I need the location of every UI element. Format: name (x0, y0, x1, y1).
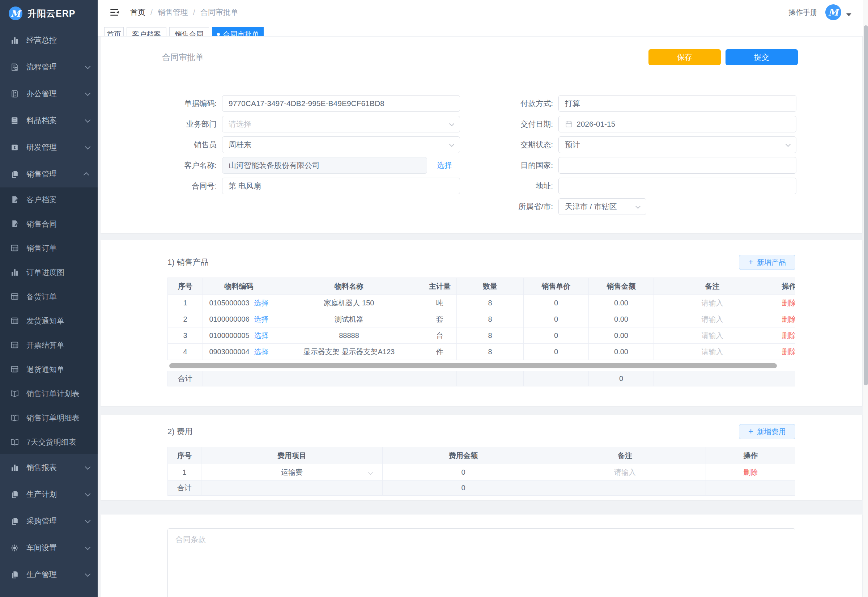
sidebar-item-return-notice[interactable]: 退货通知单 (0, 357, 98, 382)
manual-link[interactable]: 操作手册 (788, 7, 818, 17)
delete-row-link[interactable]: 删除 (782, 315, 795, 323)
sidebar-item-invoice-settlement[interactable]: 开票结算单 (0, 333, 98, 357)
delete-row-link[interactable]: 删除 (782, 348, 795, 356)
caret-down-icon[interactable] (846, 13, 851, 16)
breadcrumb-sales-mgmt[interactable]: 销售管理 (158, 7, 188, 17)
customer-select-link[interactable]: 选择 (437, 160, 452, 171)
salesperson-label: 销售员 (162, 140, 222, 150)
add-product-button[interactable]: +新增产品 (739, 255, 795, 270)
tab-customer-archive[interactable]: 客户档案 (127, 27, 166, 37)
select-material-link[interactable]: 选择 (254, 315, 269, 324)
scrollbar-thumb[interactable] (169, 363, 777, 368)
avatar[interactable]: M (825, 4, 841, 20)
sidebar-item-order-progress[interactable]: 订单进度图 (0, 260, 98, 284)
tab-sales-contract[interactable]: 销售合同 (169, 27, 209, 37)
col-material-name: 物料名称 (275, 278, 423, 295)
sidebar-item-rnd-mgmt[interactable]: 研发管理 (0, 134, 98, 160)
tab-label: 合同审批单 (223, 30, 259, 37)
fees-section-title: 2) 费用 (167, 426, 193, 437)
sidebar-item-sales-report[interactable]: 销售报表 (0, 454, 98, 481)
sidebar-item-purchase-mgmt[interactable]: 采购管理 (0, 508, 98, 535)
sidebar-item-shipping-notice[interactable]: 发货通知单 (0, 309, 98, 333)
remark-input[interactable]: 请输入 (654, 311, 771, 327)
remark-input[interactable]: 请输入 (544, 464, 706, 481)
sidebar-item-sales-order[interactable]: 销售订单 (0, 236, 98, 260)
products-header-row: 序号 物料编码 物料名称 主计量 数量 销售单价 销售金额 备注 操作 (168, 278, 795, 295)
delete-row-link[interactable]: 删除 (782, 299, 795, 307)
address-field[interactable] (558, 178, 796, 194)
sidebar-item-materials-archive[interactable]: 料品档案 (0, 107, 98, 134)
sidebar-item-sales-order-detail[interactable]: 销售订单明细表 (0, 405, 98, 430)
sidebar-item-process-mgmt[interactable]: 流程管理 (0, 53, 98, 80)
chevron-down-icon (85, 464, 91, 470)
sidebar-item-sales-order-plan[interactable]: 销售订单计划表 (0, 382, 98, 405)
remark-input[interactable]: 请输入 (654, 344, 771, 360)
tab-contract-approval[interactable]: 合同审批单 (212, 27, 264, 37)
tab-home[interactable]: 首页 (104, 27, 124, 37)
business-dept-select[interactable]: 请选择 (222, 116, 460, 132)
remark-input[interactable]: 请输入 (654, 327, 771, 344)
col-seq: 序号 (168, 278, 203, 295)
province-city-select[interactable]: 天津市 / 市辖区 (558, 198, 646, 215)
sidebar-item-production-plan[interactable]: 生产计划 (0, 481, 98, 508)
delivery-date-field[interactable]: 2026-01-15 (558, 116, 796, 132)
scrollbar-thumb[interactable] (864, 25, 868, 385)
destination-country-field[interactable] (558, 157, 796, 174)
doc-code-field[interactable]: 9770CA17-3497-4DB2-995E-B49E9CF61BD8 (222, 95, 460, 112)
sales-submenu: 客户档案 销售合同 销售订单 订单进度图 备货订单 发货通知单 开票结算单 退货… (0, 187, 98, 454)
payment-method-field[interactable]: 打算 (558, 95, 796, 112)
sidebar-item-production-mgmt[interactable]: 生产管理 (0, 561, 98, 588)
sidebar-item-sales-contract[interactable]: 销售合同 (0, 212, 98, 236)
select-material-link[interactable]: 选择 (254, 347, 269, 357)
col-action: 操作 (771, 278, 795, 295)
select-material-link[interactable]: 选择 (254, 331, 269, 340)
select-material-link[interactable]: 选择 (254, 298, 269, 308)
sidebar-item-label: 车间设置 (27, 543, 57, 553)
tab-strip: 首页 客户档案 销售合同 合同审批单 (98, 25, 868, 37)
sidebar-item-machining-workshop[interactable]: 加工车间 (0, 588, 98, 597)
material-name-cell: 88888 (275, 327, 423, 344)
fee-row: 1 运输费 0 请输入 删除 (168, 464, 795, 481)
delete-row-link[interactable]: 删除 (782, 331, 795, 339)
add-fee-button[interactable]: +新增费用 (739, 424, 795, 439)
delivery-status-select[interactable]: 预计 (558, 137, 796, 153)
chevron-down-icon (85, 571, 91, 577)
contract-no-field[interactable]: 第 电风扇 (222, 178, 460, 194)
fee-item-select[interactable]: 运输费 (201, 464, 383, 481)
sidebar-item-stock-order[interactable]: 备货订单 (0, 284, 98, 309)
seq-cell: 4 (168, 344, 203, 360)
sidebar-item-label: 采购管理 (27, 516, 57, 526)
material-code-cell: 0903000004选择 (203, 344, 275, 360)
sidebar-item-label: 开票结算单 (27, 340, 64, 350)
qty-cell: 8 (457, 327, 524, 344)
empty-cell (457, 371, 524, 386)
submit-button[interactable]: 提交 (726, 49, 798, 65)
sidebar-item-delivery-7day[interactable]: 7天交货明细表 (0, 430, 98, 454)
chevron-down-icon (85, 117, 91, 123)
contract-terms-textarea[interactable]: 合同条款 (167, 528, 795, 597)
form-actions: 保存 提交 (649, 49, 798, 65)
remark-input[interactable]: 请输入 (654, 295, 771, 311)
seq-cell: 3 (168, 327, 203, 344)
empty-cell (524, 371, 589, 386)
salesperson-select[interactable]: 周桂东 (222, 137, 460, 153)
sidebar-item-workshop-settings[interactable]: 车间设置 (0, 535, 98, 561)
sidebar-item-office-mgmt[interactable]: 办公管理 (0, 80, 98, 107)
sidebar-item-sales-mgmt[interactable]: 销售管理 (0, 160, 98, 187)
table-grid-icon (10, 244, 19, 252)
price-cell: 0 (524, 344, 589, 360)
province-city-label: 所属省/市: (498, 202, 558, 212)
notebook-icon (10, 89, 19, 98)
delete-row-link[interactable]: 删除 (744, 468, 758, 476)
material-code: 0105000003 (209, 299, 249, 307)
breadcrumb-home[interactable]: 首页 (130, 7, 145, 17)
form-right-column: 付款方式: 打算 交付日期: 2026-01-15 交期状态: 预计 目的国家: (498, 95, 796, 219)
sidebar-item-overview[interactable]: 经营总控 (0, 27, 98, 53)
pages-icon (10, 170, 19, 179)
bar-chart-icon (10, 463, 19, 472)
qty-cell: 8 (457, 295, 524, 311)
product-row: 4 0903000004选择 显示器支架 显示器支架A123 件 8 0 0.0… (168, 344, 795, 360)
sidebar-item-customer-archive[interactable]: 客户档案 (0, 187, 98, 212)
sidebar-fold-icon[interactable] (108, 6, 120, 18)
save-button[interactable]: 保存 (649, 49, 721, 65)
